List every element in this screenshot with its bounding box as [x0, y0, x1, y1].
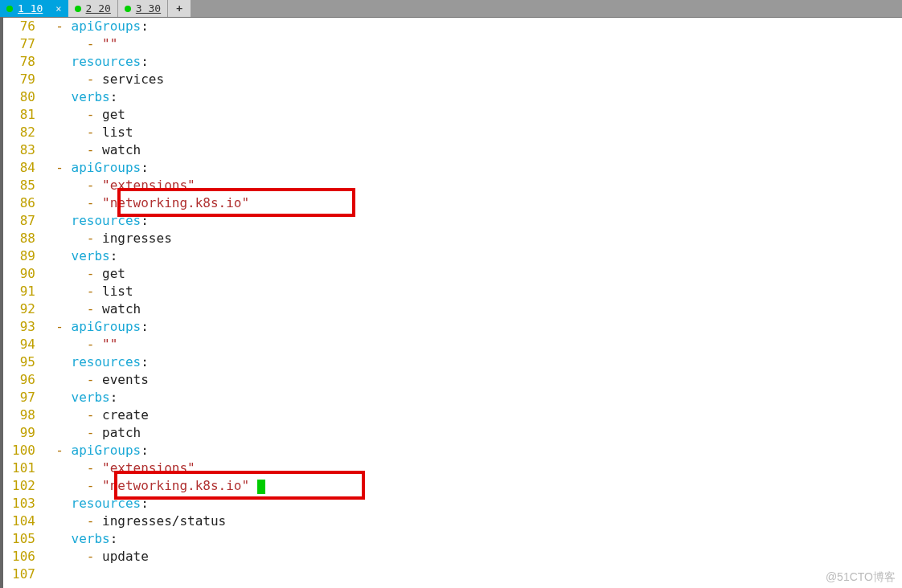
- code-line[interactable]: - ingresses: [40, 230, 902, 247]
- token-plain: [40, 531, 72, 546]
- cursor: [257, 480, 265, 494]
- code-line[interactable]: verbs:: [40, 247, 902, 265]
- line-number: 83: [3, 141, 35, 159]
- token-plain: create: [102, 407, 149, 423]
- token-key: verbs: [72, 390, 110, 405]
- code-line[interactable]: - "": [40, 35, 902, 53]
- code-line[interactable]: verbs:: [40, 530, 902, 548]
- code-line[interactable]: - watch: [40, 141, 902, 159]
- line-number: 79: [3, 71, 35, 88]
- token-plain: :: [141, 443, 149, 458]
- token-dash: -: [40, 142, 102, 157]
- token-plain: :: [141, 496, 149, 511]
- token-plain: [40, 54, 72, 69]
- code-line[interactable]: - "extensions": [40, 459, 902, 477]
- token-plain: watch: [102, 301, 141, 316]
- code-line[interactable]: - patch: [40, 424, 902, 442]
- token-str: "extensions": [102, 178, 195, 193]
- code-line[interactable]: - create: [40, 406, 902, 424]
- tab-3[interactable]: 3 30: [118, 0, 168, 17]
- token-dash: -: [40, 231, 102, 246]
- token-key: verbs: [72, 531, 110, 546]
- token-dash: -: [40, 107, 102, 122]
- token-dash: -: [40, 301, 102, 316]
- code-line[interactable]: - "": [40, 336, 902, 353]
- token-str: "networking.k8s.io": [102, 195, 249, 210]
- close-icon[interactable]: ×: [47, 3, 61, 14]
- code-line[interactable]: - get: [40, 265, 902, 283]
- token-plain: [40, 248, 72, 263]
- token-plain: list: [102, 284, 133, 299]
- tab-2[interactable]: 2 20: [68, 0, 118, 17]
- code-line[interactable]: resources:: [40, 353, 902, 371]
- line-number: 104: [3, 512, 35, 530]
- code-area[interactable]: - apiGroups: - "" resources: - services …: [40, 18, 902, 588]
- watermark: @51CTO博客: [826, 570, 896, 585]
- line-number: 81: [3, 106, 35, 124]
- token-plain: watch: [102, 142, 141, 157]
- token-plain: ingresses/status: [102, 513, 226, 529]
- token-key: verbs: [72, 248, 110, 263]
- editor[interactable]: 7677787980818283848586878889909192939495…: [0, 18, 902, 588]
- line-number: 99: [3, 424, 35, 442]
- code-line[interactable]: - "networking.k8s.io": [40, 477, 902, 495]
- tab-bar: 1 10 × 2 20 3 30 +: [0, 0, 902, 18]
- code-line[interactable]: - apiGroups:: [40, 442, 902, 459]
- code-line[interactable]: verbs:: [40, 389, 902, 406]
- code-line[interactable]: - "extensions": [40, 177, 902, 194]
- line-number-gutter: 7677787980818283848586878889909192939495…: [3, 18, 40, 588]
- token-dash: -: [40, 407, 102, 423]
- token-plain: :: [110, 390, 118, 405]
- token-dash: -: [40, 178, 102, 193]
- token-key: apiGroups: [72, 443, 141, 458]
- code-line[interactable]: - apiGroups:: [40, 159, 902, 177]
- token-plain: [40, 496, 72, 511]
- tab-label: 3 30: [136, 2, 161, 14]
- code-line[interactable]: - apiGroups:: [40, 318, 902, 336]
- line-number: 101: [3, 459, 35, 477]
- token-plain: :: [141, 213, 149, 228]
- code-line[interactable]: - watch: [40, 300, 902, 318]
- line-number: 84: [3, 159, 35, 177]
- token-plain: [40, 354, 72, 370]
- token-dash: -: [40, 319, 72, 334]
- token-dash: -: [40, 443, 72, 458]
- line-number: 87: [3, 212, 35, 230]
- code-line[interactable]: verbs:: [40, 88, 902, 106]
- code-line[interactable]: resources:: [40, 53, 902, 71]
- line-number: 91: [3, 283, 35, 300]
- token-dash: -: [40, 337, 102, 352]
- code-line[interactable]: - services: [40, 71, 902, 88]
- token-dash: -: [40, 513, 102, 529]
- token-key: apiGroups: [72, 160, 141, 175]
- token-dash: -: [40, 36, 102, 51]
- dot-icon: [6, 6, 13, 12]
- code-line[interactable]: - apiGroups:: [40, 18, 902, 35]
- token-dash: -: [40, 195, 102, 210]
- code-line[interactable]: - get: [40, 106, 902, 124]
- code-line[interactable]: - ingresses/status: [40, 512, 902, 530]
- code-line[interactable]: resources:: [40, 495, 902, 512]
- code-line[interactable]: - update: [40, 548, 902, 566]
- token-str: "": [102, 337, 117, 352]
- code-line[interactable]: - list: [40, 124, 902, 141]
- token-plain: :: [141, 354, 149, 370]
- dot-icon: [125, 6, 131, 12]
- token-str: "extensions": [102, 460, 195, 476]
- add-tab-button[interactable]: +: [168, 0, 191, 17]
- token-key: apiGroups: [72, 18, 141, 34]
- line-number: 100: [3, 442, 35, 459]
- line-number: 106: [3, 548, 35, 566]
- token-plain: [40, 213, 72, 228]
- tab-label: 2 20: [86, 2, 111, 14]
- code-line[interactable]: - events: [40, 371, 902, 389]
- token-dash: -: [40, 425, 102, 440]
- token-plain: update: [102, 549, 149, 564]
- token-plain: :: [141, 319, 149, 334]
- code-line[interactable]: resources:: [40, 212, 902, 230]
- code-line[interactable]: - list: [40, 283, 902, 300]
- code-line[interactable]: - "networking.k8s.io": [40, 194, 902, 212]
- token-plain: :: [141, 54, 149, 69]
- tab-1[interactable]: 1 10 ×: [0, 0, 68, 17]
- code-line[interactable]: [40, 566, 902, 583]
